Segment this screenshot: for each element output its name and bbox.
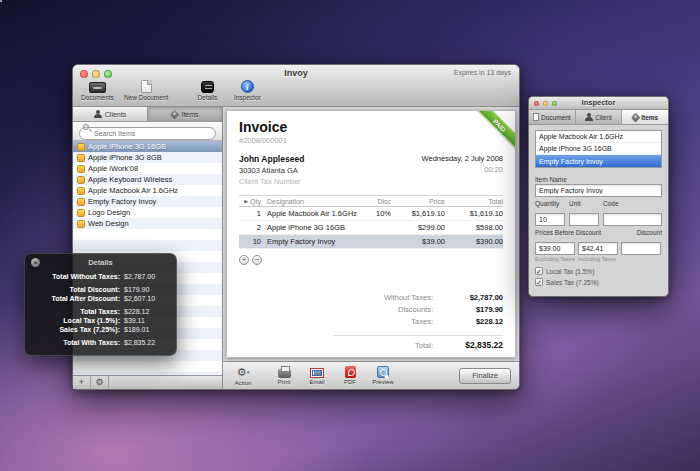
person-icon xyxy=(94,110,102,118)
total-row: Discounts: $179.90 xyxy=(333,304,503,316)
list-item[interactable]: Apple Keyboard Wireless xyxy=(73,174,222,185)
inspector-tab-document[interactable]: Document xyxy=(529,110,575,124)
discount-label: Discount xyxy=(637,229,662,236)
new-document-icon xyxy=(141,80,152,93)
new-document-button[interactable]: New Document xyxy=(124,80,168,101)
envelope-icon xyxy=(310,368,324,378)
item-icon xyxy=(77,176,85,184)
table-row[interactable]: 10 Empty Factory Invoy $39.00 $390.00 xyxy=(239,235,503,249)
details-hud: × Details Total Without Taxes:$2,787.00 … xyxy=(24,253,177,356)
invoice-date: Wednesday, 2 July 2008 xyxy=(422,154,503,163)
unit-label: Unit xyxy=(569,200,599,207)
documents-button[interactable]: Documents xyxy=(81,82,114,101)
wallpaper-stars xyxy=(0,0,2,2)
checkbox-checked-icon[interactable]: ✓ xyxy=(535,267,543,275)
inspector-window: Inspector Document Client Items Apple Ma… xyxy=(528,96,669,297)
row-controls: + − xyxy=(239,255,503,265)
hud-row: Total With Taxes:$2,835.22 xyxy=(33,338,168,347)
client-tax-number-label: Client Tax Number xyxy=(239,177,304,186)
hud-close-button[interactable]: × xyxy=(31,258,40,267)
table-row[interactable]: 2 Apple iPhone 3G 16GB $299.00 $598.00 xyxy=(239,221,503,235)
tab-items[interactable]: Items xyxy=(147,107,222,121)
invoice-table: ▶Qty Designation Disc Price Total 1 Appl… xyxy=(239,195,503,249)
disclosure-triangle-icon[interactable]: ▶ xyxy=(244,198,248,204)
item-icon xyxy=(77,154,85,162)
local-tax-checkbox-row[interactable]: ✓ Local Tax (1.5%) xyxy=(535,267,662,275)
totals-block: Without Taxes: $2,787.00 Discounts: $179… xyxy=(333,292,503,352)
inspector-tab-client[interactable]: Client xyxy=(575,110,622,124)
inspector-titlebar: Inspector xyxy=(529,97,668,110)
hud-row: Sales Tax (7.25%):$189.01 xyxy=(33,325,168,334)
item-name-field[interactable] xyxy=(535,184,662,197)
prices-before-discount-label: Prices Before Discount xyxy=(535,229,601,236)
preview-button[interactable]: Preview xyxy=(371,366,395,385)
list-item[interactable]: Web Design xyxy=(73,218,222,229)
hud-row: Local Tax (1.5%):$39.11 xyxy=(33,316,168,325)
checkbox-checked-icon[interactable]: ✓ xyxy=(535,278,543,286)
inspector-icon: i xyxy=(241,80,254,93)
inspector-close-button[interactable] xyxy=(534,101,539,106)
sidebar-bottom-bar: + ⚙ xyxy=(73,375,222,389)
window-title: Invoy xyxy=(73,68,519,78)
hud-title: Details xyxy=(33,258,168,267)
client-name: John Appleseed xyxy=(239,154,304,164)
excluding-taxes-caption: Excluding Taxes xyxy=(535,256,575,262)
paid-ribbon: PAID xyxy=(471,111,515,155)
inspector-button[interactable]: i Inspector xyxy=(232,80,262,101)
price-including-field[interactable] xyxy=(578,242,618,255)
preview-icon xyxy=(377,366,389,378)
inspector-list-item[interactable]: Empty Factory Invoy xyxy=(536,155,661,167)
list-item[interactable]: Apple Macbook Air 1.6GHz xyxy=(73,185,222,196)
price-excluding-field[interactable] xyxy=(535,242,575,255)
item-name-label: Item Name xyxy=(535,176,662,183)
action-gear-button[interactable]: ⚙ xyxy=(91,376,109,389)
inspector-zoom-button[interactable] xyxy=(552,101,557,106)
sales-tax-label: Sales Tax (7.25%) xyxy=(546,279,599,286)
invoice-number: #2008/000001 xyxy=(239,136,503,145)
details-icon xyxy=(201,81,214,93)
add-row-button[interactable]: + xyxy=(239,255,249,265)
documents-icon xyxy=(89,82,106,93)
discount-field[interactable] xyxy=(621,242,661,255)
search-row xyxy=(73,122,222,141)
finalize-button[interactable]: Finalize xyxy=(459,368,511,384)
item-icon xyxy=(77,198,85,206)
inspector-tabs: Document Client Items xyxy=(529,110,668,125)
hud-row: Total Discount:$179.90 xyxy=(33,285,168,294)
expires-label: Expires in 13 days xyxy=(454,69,511,76)
tab-clients[interactable]: Clients xyxy=(73,107,147,121)
add-item-button[interactable]: + xyxy=(73,376,91,389)
total-row: Without Taxes: $2,787.00 xyxy=(333,292,503,304)
table-row[interactable]: 1 Apple Macbook Air 1.6GHz 10% $1,619.10… xyxy=(239,207,503,221)
email-button[interactable]: Email xyxy=(305,366,329,385)
print-button[interactable]: Print xyxy=(272,366,296,385)
search-icon xyxy=(83,124,89,130)
list-item[interactable]: Logo Design xyxy=(73,207,222,218)
code-field[interactable] xyxy=(603,213,662,226)
search-input[interactable] xyxy=(79,127,216,140)
sales-tax-checkbox-row[interactable]: ✓ Sales Tax (7.25%) xyxy=(535,278,662,286)
printer-icon xyxy=(278,369,291,378)
tag-icon xyxy=(170,109,180,119)
list-item[interactable]: Apple iPhone 3G 16GB xyxy=(73,141,222,152)
inspector-minimize-button[interactable] xyxy=(543,101,548,106)
including-taxes-caption: Including Taxes xyxy=(578,256,618,262)
details-button[interactable]: Details xyxy=(192,81,222,101)
tag-icon xyxy=(631,112,641,122)
hud-row: Total Without Taxes:$2,787.00 xyxy=(33,272,168,281)
remove-row-button[interactable]: − xyxy=(252,255,262,265)
inspector-tab-items[interactable]: Items xyxy=(621,110,668,124)
pdf-button[interactable]: PDF xyxy=(338,366,362,385)
list-item[interactable]: Apple iWork'08 xyxy=(73,163,222,174)
inspector-items-list[interactable]: Apple Macbook Air 1.6GHz Apple iPhone 3G… xyxy=(535,130,662,168)
quantity-field[interactable] xyxy=(535,213,565,226)
list-item[interactable]: Empty Factory Invoy xyxy=(73,196,222,207)
unit-field[interactable] xyxy=(569,213,599,226)
list-item[interactable]: Apple iPhone 3G 8GB xyxy=(73,152,222,163)
inspector-list-item[interactable]: Apple Macbook Air 1.6GHz xyxy=(536,131,661,143)
action-button[interactable]: ⚙▾ Action xyxy=(231,366,255,386)
sidebar-tabs: Clients Items xyxy=(73,107,222,122)
inspector-list-item[interactable]: Apple iPhone 3G 16GB xyxy=(536,143,661,155)
item-icon xyxy=(77,165,85,173)
hud-row: Total After Discount:$2,607.10 xyxy=(33,294,168,303)
